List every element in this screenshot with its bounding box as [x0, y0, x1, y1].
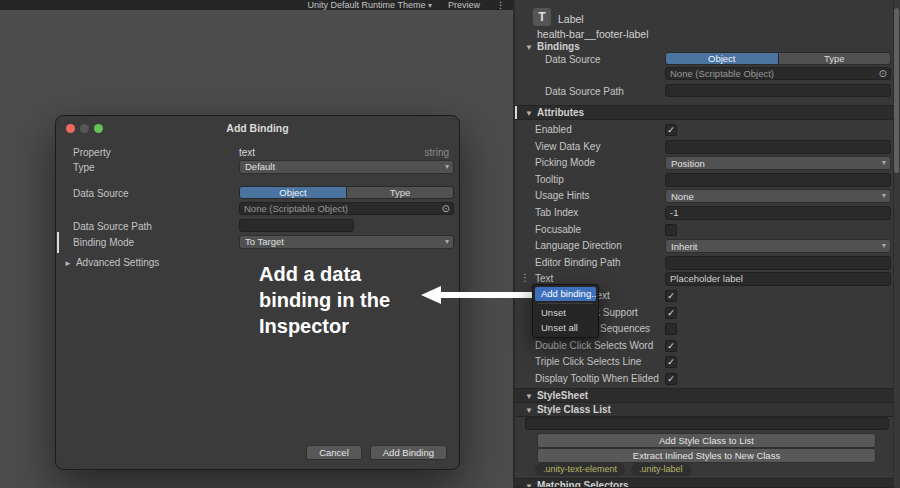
data-source-path-field[interactable] [665, 84, 891, 97]
inspector-object-field-row: None (Scriptable Object)⊙ [515, 67, 900, 81]
attributes-section-header[interactable]: ▼Attributes [515, 105, 900, 120]
foldout-open-icon: ▼ [525, 43, 533, 52]
more-options-icon[interactable]: ⋮ [496, 0, 505, 10]
text-field-tab-index[interactable]: -1 [665, 206, 891, 220]
chevron-down-icon: ▾ [445, 161, 449, 173]
advanced-settings-foldout[interactable]: ►Advanced Settings [64, 257, 159, 268]
matching-selectors-title: Matching Selectors [537, 480, 629, 488]
dropdown-picking-mode[interactable]: Position▾ [665, 156, 891, 170]
text-field-text[interactable]: Placeholder label [665, 272, 891, 286]
attribute-control [665, 223, 891, 237]
style-class-pill-unity-text-element[interactable]: .unity-text-element [535, 463, 625, 476]
checkbox-enabled[interactable]: ✓ [665, 124, 677, 136]
tab-type[interactable]: Type [779, 52, 892, 65]
attribute-label-view-data-key: View Data Key [535, 141, 600, 152]
binding-mode-dropdown[interactable]: To Target▾ [239, 235, 454, 249]
scrollbar-track[interactable] [893, 0, 900, 488]
attribute-control [665, 256, 891, 270]
checkbox-display-tooltip-when-elided[interactable]: ✓ [665, 373, 677, 385]
checkbox-emoji-fallback-support[interactable]: ✓ [665, 307, 677, 319]
chevron-down-icon: ▾ [428, 1, 432, 10]
chevron-down-icon: ▾ [882, 157, 886, 169]
object-reference-field[interactable]: None (Scriptable Object)⊙ [239, 202, 454, 215]
scrollbar-thumb[interactable] [894, 8, 899, 173]
zoom-window-button[interactable] [94, 124, 103, 133]
attribute-row-triple-click-selects-line: Triple Click Selects Line✓ [515, 354, 900, 371]
dropdown-value: Inherit [671, 241, 697, 252]
annotation-text: Add a data binding in the Inspector [259, 261, 390, 339]
object-picker-icon[interactable]: ⊙ [442, 203, 450, 214]
add-binding-button[interactable]: Add Binding [370, 445, 447, 460]
stylesheet-section-header[interactable]: ▼StyleSheet [515, 388, 900, 403]
attribute-row-double-click-selects-word: Double Click Selects Word✓ [515, 338, 900, 355]
attribute-label-focusable: Focusable [535, 224, 581, 235]
minimize-window-button[interactable] [80, 124, 89, 133]
attribute-label-triple-click-selects-line: Triple Click Selects Line [535, 356, 641, 367]
add-style-class-button[interactable]: Add Style Class to List [537, 433, 876, 448]
type-dropdown[interactable]: Default▾ [239, 160, 454, 174]
dialog-buttons: Cancel Add Binding [306, 445, 447, 460]
style-class-pill-unity-label[interactable]: .unity-label [631, 463, 691, 476]
checkbox-parse-escape-sequences[interactable] [665, 323, 677, 335]
attribute-row-view-data-key: View Data Key [515, 139, 900, 156]
object-field-row: None (Scriptable Object)⊙ [56, 202, 459, 218]
style-class-input[interactable] [525, 417, 889, 430]
object-reference-field[interactable]: None (Scriptable Object)⊙ [665, 67, 891, 80]
attribute-control: ✓ [665, 306, 891, 320]
theme-dropdown[interactable]: Unity Default Runtime Theme ▾ [308, 0, 432, 10]
dropdown-language-direction[interactable]: Inherit▾ [665, 239, 891, 253]
attribute-label-language-direction: Language Direction [535, 240, 622, 251]
checkbox-double-click-selects-word[interactable]: ✓ [665, 340, 677, 352]
close-window-button[interactable] [66, 124, 75, 133]
attribute-label-usage-hints: Usage Hints [535, 190, 589, 201]
bindings-section-header[interactable]: ▼Bindings [525, 41, 580, 52]
element-name[interactable]: health-bar__footer-label [537, 28, 649, 40]
menu-item-unset[interactable]: Unset [535, 306, 596, 320]
matching-selectors-header[interactable]: ▼Matching Selectors [515, 478, 900, 488]
attribute-control: ✓ [665, 355, 891, 369]
data-source-path-field[interactable] [239, 219, 354, 232]
extract-inlined-styles-button[interactable]: Extract Inlined Styles to New Class [537, 448, 876, 463]
dialog-titlebar[interactable]: Add Binding [56, 116, 459, 140]
attribute-row-display-tooltip-when-elided: Display Tooltip When Elided✓ [515, 371, 900, 388]
menu-separator [538, 303, 593, 304]
annotation-line-1: Add a data [259, 261, 390, 287]
focus-indicator [515, 106, 517, 119]
data-source-path-row: Data Source Path [56, 219, 459, 235]
cancel-button[interactable]: Cancel [306, 445, 362, 460]
checkbox-focusable[interactable] [665, 224, 677, 236]
dropdown-value: None [671, 191, 694, 202]
dropdown-value: Position [671, 158, 705, 169]
add-binding-dialog: Add Binding Property text string Type De… [55, 115, 460, 470]
text-field-tooltip[interactable] [665, 173, 891, 187]
tab-type[interactable]: Type [347, 186, 454, 199]
attribute-label-enabled: Enabled [535, 124, 572, 135]
attribute-label-picking-mode: Picking Mode [535, 157, 595, 168]
attribute-label-display-tooltip-when-elided: Display Tooltip When Elided [535, 373, 659, 384]
tab-object[interactable]: Object [665, 52, 779, 65]
text-field-view-data-key[interactable] [665, 140, 891, 154]
attribute-row-tooltip: Tooltip [515, 172, 900, 189]
checkbox-enable-rich-text[interactable]: ✓ [665, 290, 677, 302]
attribute-control [665, 140, 891, 154]
row-options-icon[interactable]: ⋮ [520, 273, 530, 283]
checkbox-triple-click-selects-line[interactable]: ✓ [665, 356, 677, 368]
attribute-control: ✓ [665, 123, 891, 137]
annotation-line-3: Inspector [259, 313, 390, 339]
style-class-list-header[interactable]: ▼Style Class List [515, 402, 900, 417]
property-row: Property text string [56, 145, 459, 161]
text-field-editor-binding-path[interactable] [665, 256, 891, 270]
dropdown-usage-hints[interactable]: None▾ [665, 189, 891, 203]
data-source-row: Data Source Object Type [56, 186, 459, 202]
menu-item-add-binding[interactable]: Add binding... [535, 287, 596, 301]
object-picker-icon[interactable]: ⊙ [879, 68, 887, 79]
attribute-control: None▾ [665, 189, 891, 203]
tab-object[interactable]: Object [239, 186, 347, 199]
attribute-row-usage-hints: Usage HintsNone▾ [515, 188, 900, 205]
preview-button[interactable]: Preview [448, 0, 480, 10]
chevron-down-icon: ▾ [882, 240, 886, 252]
menu-item-unset-all[interactable]: Unset all [535, 321, 596, 335]
advanced-settings-label: Advanced Settings [76, 257, 159, 268]
data-source-label: Data Source [545, 54, 601, 65]
attributes-rows: Enabled✓View Data KeyPicking ModePositio… [515, 122, 900, 388]
